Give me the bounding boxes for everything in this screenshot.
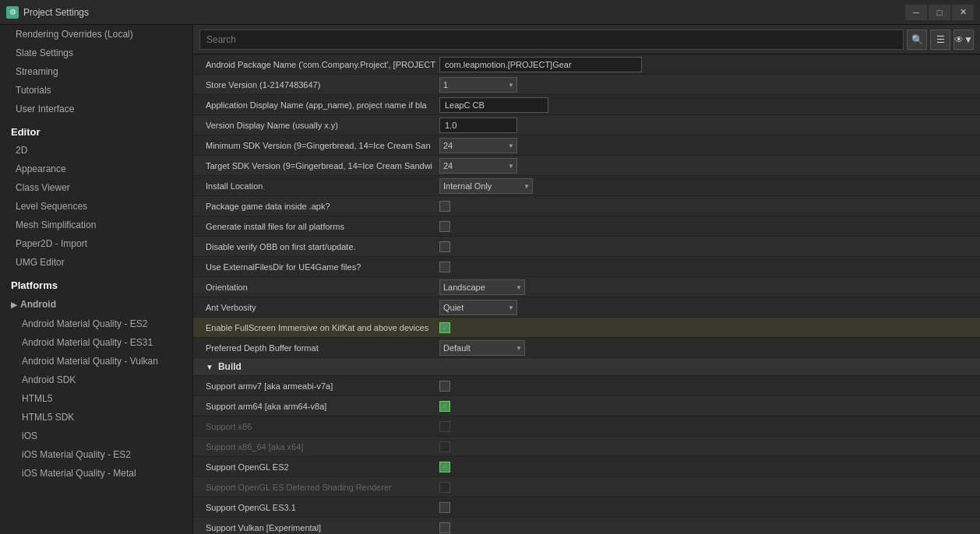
- label-app-display-name: Application Display Name (app_name), pro…: [206, 100, 439, 110]
- minimize-button[interactable]: ─: [905, 5, 927, 20]
- sidebar-item-android-quality-es31[interactable]: Android Material Quality - ES31: [0, 333, 192, 352]
- sidebar-item-tutorials[interactable]: Tutorials: [0, 81, 192, 100]
- value-disable-verify-obb: [439, 241, 968, 252]
- checkbox-support-opengl-es31[interactable]: [439, 502, 450, 513]
- maximize-button[interactable]: □: [929, 5, 950, 20]
- search-input[interactable]: [199, 30, 904, 50]
- sidebar-item-android-quality-vulkan[interactable]: Android Material Quality - Vulkan: [0, 352, 192, 371]
- checkbox-external-files-dir[interactable]: [439, 262, 450, 272]
- value-min-sdk: 24232221: [439, 138, 968, 153]
- sidebar-item-html5-sdk[interactable]: HTML5 SDK: [0, 408, 192, 427]
- settings-content: Android Package Name ('com.Company.Proje…: [193, 54, 980, 534]
- label-support-x86: Support x86: [206, 422, 439, 431]
- value-fullscreen-immersive: ✓: [439, 322, 968, 333]
- sidebar-item-slate-settings[interactable]: Slate Settings: [0, 44, 192, 62]
- label-min-sdk: Minimum SDK Version (9=Gingerbread, 14=I…: [206, 141, 439, 150]
- main-layout: Rendering Overrides (Local) Slate Settin…: [0, 25, 980, 534]
- value-package-game-data: [439, 201, 968, 212]
- sidebar-item-rendering-overrides[interactable]: Rendering Overrides (Local): [0, 25, 192, 44]
- sidebar-item-ios-quality-metal[interactable]: iOS Material Quality - Metal: [0, 464, 192, 483]
- close-button[interactable]: ✕: [952, 5, 974, 20]
- value-external-files-dir: [439, 262, 968, 272]
- value-support-opengl-es31: [439, 502, 968, 513]
- label-version-display-name: Version Display Name (usually x.y): [206, 121, 439, 130]
- label-target-sdk: Target SDK Version (9=Gingerbread, 14=Ic…: [206, 161, 439, 170]
- select-wrapper-store-version: 123: [439, 77, 517, 93]
- sidebar-item-mesh-simplification[interactable]: Mesh Simplification: [0, 216, 192, 234]
- value-support-vulkan: [439, 522, 968, 533]
- value-store-version: 123: [439, 77, 968, 93]
- label-support-armv7: Support armv7 [aka armeabi-v7a]: [206, 381, 439, 391]
- select-wrapper-min-sdk: 24232221: [439, 138, 517, 153]
- select-install-location[interactable]: Internal OnlyExternalAuto: [439, 178, 533, 194]
- section-header-build[interactable]: ▼ Build: [193, 358, 980, 376]
- sidebar-item-user-interface[interactable]: User Interface: [0, 100, 192, 118]
- checkbox-support-opengl-es2[interactable]: ✓: [439, 462, 450, 473]
- value-target-sdk: 24232221: [439, 158, 968, 174]
- build-section-arrow-icon: ▼: [206, 363, 213, 371]
- checkbox-support-arm64[interactable]: ✓: [439, 401, 450, 412]
- checkbox-package-game-data[interactable]: [439, 201, 450, 212]
- row-support-opengl-es2: Support OpenGL ES2 ✓: [193, 457, 980, 477]
- value-version-display-name: [439, 118, 968, 133]
- checkbox-support-vulkan[interactable]: [439, 522, 450, 533]
- row-generate-install-files: Generate install files for all platforms: [193, 216, 980, 237]
- view-options-button[interactable]: 👁▼: [954, 30, 974, 50]
- select-orientation[interactable]: LandscapePortraitAuto: [439, 279, 525, 295]
- label-depth-buffer-format: Preferred Depth Buffer format: [206, 343, 439, 353]
- checkbox-disable-verify-obb[interactable]: [439, 241, 450, 252]
- sidebar-item-appearance[interactable]: Appearance: [0, 160, 192, 178]
- select-depth-buffer-format[interactable]: Default16-bit24-bit32-bit: [439, 340, 525, 356]
- input-version-display-name[interactable]: [439, 118, 517, 133]
- row-support-armv7: Support armv7 [aka armeabi-v7a]: [193, 376, 980, 396]
- sidebar-item-streaming[interactable]: Streaming: [0, 62, 192, 81]
- checkbox-support-x86: [439, 421, 450, 432]
- label-support-arm64: Support arm64 [aka arm64-v8a]: [206, 402, 439, 411]
- list-view-button[interactable]: ☰: [930, 30, 950, 50]
- row-depth-buffer-format: Preferred Depth Buffer format Default16-…: [193, 338, 980, 358]
- value-support-armv7: [439, 381, 968, 392]
- value-support-x86-64: [439, 441, 968, 452]
- select-wrapper-target-sdk: 24232221: [439, 158, 517, 174]
- row-support-arm64: Support arm64 [aka arm64-v8a] ✓: [193, 396, 980, 416]
- sidebar-item-android-sdk[interactable]: Android SDK: [0, 371, 192, 389]
- value-orientation: LandscapePortraitAuto: [439, 279, 968, 295]
- sidebar-item-ios[interactable]: iOS: [0, 427, 192, 445]
- label-orientation: Orientation: [206, 283, 439, 292]
- row-support-vulkan: Support Vulkan [Experimental]: [193, 518, 980, 534]
- row-store-version: Store Version (1-2147483647) 123: [193, 75, 980, 95]
- checkbox-support-x86-64: [439, 441, 450, 452]
- checkbox-support-armv7[interactable]: [439, 381, 450, 392]
- sidebar-item-umg-editor[interactable]: UMG Editor: [0, 253, 192, 272]
- sidebar-item-ios-quality-es2[interactable]: iOS Material Quality - ES2: [0, 445, 192, 464]
- row-target-sdk: Target SDK Version (9=Gingerbread, 14=Ic…: [193, 156, 980, 176]
- sidebar-item-level-sequences[interactable]: Level Sequences: [0, 197, 192, 216]
- select-wrapper-orientation: LandscapePortraitAuto: [439, 279, 525, 295]
- input-android-package-name[interactable]: [439, 57, 642, 72]
- label-support-x86-64: Support x86_64 [aka x64]: [206, 442, 439, 451]
- select-ant-verbosity[interactable]: QuietVerbose: [439, 300, 517, 315]
- app-icon: ⚙: [6, 6, 19, 19]
- checkbox-generate-install-files[interactable]: [439, 221, 450, 232]
- search-button[interactable]: 🔍: [907, 30, 927, 50]
- row-support-x86-64: Support x86_64 [aka x64]: [193, 437, 980, 457]
- checkbox-fullscreen-immersive[interactable]: ✓: [439, 322, 450, 333]
- checkbox-support-opengl-es-deferred: [439, 482, 450, 493]
- sidebar-item-android-quality-es2[interactable]: Android Material Quality - ES2: [0, 314, 192, 333]
- sidebar-item-html5[interactable]: HTML5: [0, 389, 192, 408]
- label-fullscreen-immersive: Enable FullScreen Immersive on KitKat an…: [206, 323, 439, 332]
- sidebar: Rendering Overrides (Local) Slate Settin…: [0, 25, 193, 534]
- sidebar-item-paper2d-import[interactable]: Paper2D - Import: [0, 234, 192, 253]
- sidebar-group-android[interactable]: ▶ Android: [0, 294, 192, 314]
- input-app-display-name[interactable]: [439, 97, 548, 113]
- select-min-sdk[interactable]: 24232221: [439, 138, 517, 153]
- select-store-version[interactable]: 123: [439, 77, 517, 93]
- row-android-package-name: Android Package Name ('com.Company.Proje…: [193, 54, 980, 75]
- content-area: 🔍 ☰ 👁▼ Android Package Name ('com.Compan…: [193, 25, 980, 534]
- value-support-x86: [439, 421, 968, 432]
- sidebar-item-class-viewer[interactable]: Class Viewer: [0, 178, 192, 197]
- label-support-opengl-es2: Support OpenGL ES2: [206, 462, 439, 472]
- value-app-display-name: [439, 97, 968, 113]
- sidebar-item-2d[interactable]: 2D: [0, 141, 192, 160]
- select-target-sdk[interactable]: 24232221: [439, 158, 517, 174]
